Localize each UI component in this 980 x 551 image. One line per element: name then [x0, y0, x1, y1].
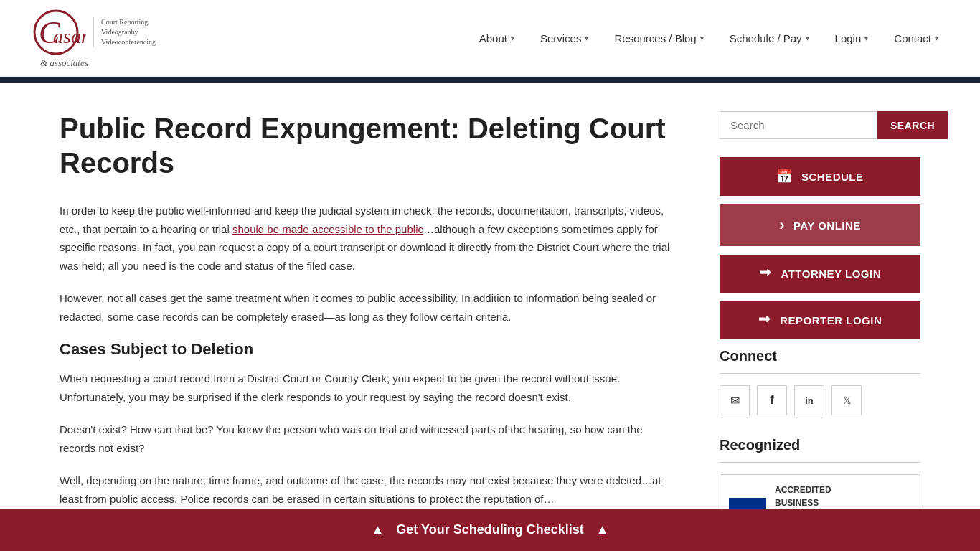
dark-bar: [0, 77, 980, 83]
search-box: SEARCH: [720, 111, 920, 139]
article-para-3: Doesn't exist? How can that be? You know…: [60, 420, 677, 457]
chevron-down-icon: ▾: [700, 34, 704, 42]
site-header: C asamo Court Reporting Videography Vide…: [0, 0, 980, 77]
login-icon: ⮕: [759, 266, 773, 281]
chevron-down-icon: ▾: [864, 34, 868, 42]
logo-associates: & associates: [40, 57, 88, 69]
pay-online-button[interactable]: › PAY ONLINE: [720, 204, 920, 246]
chevron-down-icon: ▾: [511, 34, 514, 42]
connect-divider: [720, 373, 920, 374]
article-body: In order to keep the public well-informe…: [60, 202, 677, 508]
svg-text:asamo: asamo: [53, 25, 86, 47]
connect-title: Connect: [720, 348, 920, 364]
recognized-divider: [720, 462, 920, 463]
nav-resources[interactable]: Resources / Blog ▾: [601, 25, 716, 52]
email-icon[interactable]: ✉: [720, 385, 750, 415]
sidebar: SEARCH 📅 SCHEDULE › PAY ONLINE ⮕ ATTORNE…: [720, 111, 920, 551]
recognized-title: Recognized: [720, 437, 920, 453]
chevron-down-icon: ▾: [806, 34, 809, 42]
banner-label: Get Your Scheduling Checklist: [396, 522, 583, 537]
linkedin-icon[interactable]: in: [794, 385, 824, 415]
social-icons: ✉ f in 𝕏: [720, 385, 920, 415]
nav-contact[interactable]: Contact ▾: [881, 25, 951, 52]
twitter-icon[interactable]: 𝕏: [831, 385, 862, 415]
scheduling-checklist-banner[interactable]: ▲ Get Your Scheduling Checklist ▲: [0, 509, 980, 551]
logo-tagline: Court Reporting Videography Videoconfere…: [93, 17, 156, 47]
content-area: Public Record Expungement: Deleting Cour…: [60, 111, 677, 551]
article-link[interactable]: should be made accessible to the public: [232, 223, 423, 235]
nav-about[interactable]: About ▾: [466, 25, 527, 52]
article-para-1: However, not all cases get the same trea…: [60, 289, 677, 326]
article-para-0: In order to keep the public well-informe…: [60, 202, 677, 275]
search-button[interactable]: SEARCH: [877, 111, 948, 139]
nav-login[interactable]: Login ▾: [822, 25, 882, 52]
banner-chevron-left: ▲: [371, 522, 385, 538]
calendar-icon: 📅: [776, 169, 793, 184]
banner-chevron-right: ▲: [595, 522, 610, 538]
nav-services[interactable]: Services ▾: [527, 25, 602, 52]
facebook-icon[interactable]: f: [757, 385, 787, 415]
reporter-login-button[interactable]: ⮕ REPORTER LOGIN: [720, 301, 920, 339]
article-subheading-0: Cases Subject to Deletion: [60, 340, 677, 359]
article-para-4: Well, depending on the nature, time fram…: [60, 471, 677, 508]
nav-schedule-pay[interactable]: Schedule / Pay ▾: [717, 25, 822, 52]
article-para-2: When requesting a court record from a Di…: [60, 369, 677, 406]
search-input[interactable]: [720, 111, 877, 139]
login-icon-2: ⮕: [758, 313, 772, 328]
logo[interactable]: C asamo Court Reporting Videography Vide…: [29, 7, 156, 69]
schedule-button[interactable]: 📅 SCHEDULE: [720, 157, 920, 196]
chevron-down-icon: ▾: [585, 34, 588, 42]
arrow-icon: ›: [779, 216, 785, 235]
logo-icon: C asamo: [29, 7, 86, 57]
chevron-down-icon: ▾: [935, 34, 938, 42]
article-title: Public Record Expungement: Deleting Cour…: [60, 111, 677, 180]
main-nav: About ▾ Services ▾ Resources / Blog ▾ Sc…: [466, 25, 951, 52]
attorney-login-button[interactable]: ⮕ ATTORNEY LOGIN: [720, 255, 920, 293]
page-body: Public Record Expungement: Deleting Cour…: [31, 83, 949, 551]
connect-section: Connect ✉ f in 𝕏: [720, 348, 920, 415]
